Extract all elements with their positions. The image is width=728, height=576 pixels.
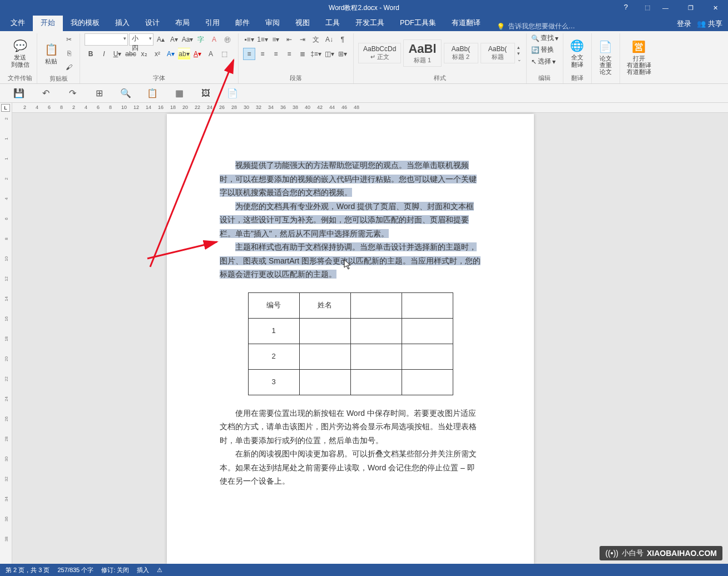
minimize-button[interactable]: — — [653, 0, 678, 16]
shrink-font-button[interactable]: A▾ — [168, 33, 180, 46]
grow-font-button[interactable]: A▴ — [155, 33, 167, 46]
tab-design[interactable]: 设计 — [137, 14, 167, 31]
status-accessibility-icon[interactable]: ⚠ — [157, 567, 162, 574]
char-border-button[interactable]: ⬚ — [218, 48, 230, 60]
styles-down-icon[interactable]: ▾ — [517, 51, 522, 56]
font-size-combo[interactable]: 小四 — [129, 33, 153, 46]
styles-up-icon[interactable]: ▴ — [517, 44, 522, 50]
group-label-clipboard: 剪贴板 — [49, 73, 68, 84]
vertical-ruler: L 2112468101214161820222426283032343638 — [0, 103, 12, 564]
align-left-button[interactable]: ≡ — [256, 48, 269, 60]
align-right-button[interactable]: ≡ — [283, 48, 295, 60]
decrease-indent-button[interactable]: ⇤ — [283, 33, 295, 46]
increase-indent-button[interactable]: ⇥ — [296, 33, 309, 46]
multilevel-button[interactable]: ≡▾ — [270, 33, 282, 46]
send-wechat-button[interactable]: 💬发送 到微信 — [9, 37, 32, 68]
redo-button[interactable]: ↷ — [65, 86, 80, 101]
content-table[interactable]: 编号姓名 1 2 3 — [248, 292, 453, 395]
text-direction-button[interactable]: 文 — [310, 33, 322, 46]
close-button[interactable]: ✕ — [703, 0, 728, 16]
document-page[interactable]: 视频提供了功能强大的方法帮助您证明您的观点。当您单击联机视频时，可以在想要添加的… — [167, 114, 534, 564]
enclose-char-button[interactable]: ㊕ — [221, 33, 234, 46]
format-painter-button[interactable]: 🖌 — [63, 61, 75, 73]
image-qat-button[interactable]: 🖼 — [198, 86, 214, 101]
sort-button[interactable]: A↓ — [323, 33, 335, 46]
share-button[interactable]: 👥 共享 — [697, 19, 722, 29]
bullets-button[interactable]: ▪≡▾ — [243, 33, 255, 46]
menu-tabs: 文件 开始 我的模板 插入 设计 布局 引用 邮件 审阅 视图 工具 开发工具 … — [0, 16, 728, 31]
help-icon[interactable]: ? — [624, 3, 628, 11]
char-shading-button[interactable]: A — [205, 48, 217, 60]
page-qat-button[interactable]: 📄 — [225, 86, 240, 101]
tab-file[interactable]: 文件 — [3, 14, 33, 31]
tab-review[interactable]: 审阅 — [257, 14, 288, 31]
align-center-button[interactable]: ≡ — [270, 48, 282, 60]
status-track-changes[interactable]: 修订: 关闭 — [101, 566, 129, 574]
tab-selector[interactable]: L — [1, 104, 10, 112]
clear-format-button[interactable]: A — [208, 33, 220, 46]
shading-button[interactable]: ◫▾ — [323, 48, 335, 60]
tab-references[interactable]: 引用 — [197, 14, 227, 31]
youdao-icon: 🈺 — [632, 39, 646, 54]
tab-view[interactable]: 视图 — [288, 14, 318, 31]
group-label-filetrans: 文件传输 — [8, 73, 32, 83]
tab-templates[interactable]: 我的模板 — [63, 14, 107, 31]
bold-button[interactable]: B — [85, 48, 97, 60]
tab-tools[interactable]: 工具 — [318, 14, 348, 31]
title-bar: Word教程2.docx - Word ? ⬚ — ❐ ✕ — [0, 0, 728, 16]
align-justify-button[interactable]: ≡ — [243, 48, 255, 60]
style-normal[interactable]: AaBbCcDd↵ 正文 — [358, 43, 401, 63]
tab-layout[interactable]: 布局 — [167, 14, 197, 31]
tab-youdao[interactable]: 有道翻译 — [444, 14, 488, 31]
table-qat-button[interactable]: ▦ — [171, 86, 187, 101]
highlight-button[interactable]: ab▾ — [178, 48, 190, 60]
undo-button[interactable]: ↶ — [38, 86, 53, 101]
watermark-badge: ((•)) 小白号 XIAOBAIHAO.COM — [600, 546, 722, 560]
numbering-button[interactable]: 1≡▾ — [256, 33, 269, 46]
grid-button[interactable]: ⊞ — [91, 86, 107, 101]
find-button[interactable]: 🔍查找▾ — [531, 33, 558, 43]
cut-button[interactable]: ✂ — [63, 33, 75, 46]
styles-more-icon[interactable]: ⌄ — [517, 57, 522, 62]
tab-pdf-tools[interactable]: PDF工具集 — [392, 14, 444, 31]
tab-developer[interactable]: 开发工具 — [348, 14, 392, 31]
tab-home[interactable]: 开始 — [33, 14, 63, 31]
superscript-button[interactable]: x² — [151, 48, 164, 60]
tell-me-box[interactable]: 💡告诉我您想要做什么… — [488, 22, 677, 31]
maximize-button[interactable]: ❐ — [678, 0, 703, 16]
italic-button[interactable]: I — [98, 48, 110, 60]
select-button[interactable]: ↖选择▾ — [531, 57, 556, 66]
status-insert-mode[interactable]: 插入 — [137, 566, 149, 574]
tab-mailings[interactable]: 邮件 — [227, 14, 257, 31]
font-color-button[interactable]: A▾ — [191, 48, 204, 60]
borders-button[interactable]: ⊞▾ — [336, 48, 349, 60]
font-name-combo[interactable] — [85, 33, 128, 46]
style-heading1[interactable]: AaBl标题 1 — [403, 39, 441, 67]
replace-button[interactable]: 🔄替换 — [531, 45, 554, 54]
phonetic-guide-button[interactable]: 字 — [195, 33, 207, 46]
underline-button[interactable]: U▾ — [111, 48, 123, 60]
window-title: Word教程2.docx - Word — [329, 3, 399, 13]
style-heading2[interactable]: AaBb(标题 2 — [444, 43, 478, 63]
line-spacing-button[interactable]: ‡≡▾ — [310, 48, 322, 60]
show-marks-button[interactable]: ¶ — [336, 33, 349, 46]
status-word-count[interactable]: 257/835 个字 — [57, 566, 93, 574]
distribute-button[interactable]: ≣ — [296, 48, 309, 60]
copy-button[interactable]: ⎘ — [63, 47, 75, 59]
full-translate-button[interactable]: 🌐全文 翻译 — [568, 37, 587, 68]
horizontal-ruler: 2468246810121416182022242628303234363840… — [12, 103, 728, 113]
status-page[interactable]: 第 2 页，共 3 页 — [6, 566, 49, 574]
login-link[interactable]: 登录 — [677, 19, 691, 29]
paste-qat-button[interactable]: 📋 — [145, 86, 160, 101]
thesis-check-button[interactable]: 📄论文 查重 论文 — [596, 38, 615, 76]
ribbon-display-icon[interactable]: ⬚ — [645, 4, 650, 11]
paste-button[interactable]: 📋粘贴 — [42, 41, 61, 66]
preview-button[interactable]: 🔍 — [118, 86, 133, 101]
change-case-button[interactable]: Aa▾ — [181, 33, 194, 46]
subscript-button[interactable]: x₂ — [138, 48, 150, 60]
tab-insert[interactable]: 插入 — [107, 14, 137, 31]
save-button[interactable]: 💾 — [11, 86, 27, 101]
text-effects-button[interactable]: A▾ — [165, 48, 177, 60]
open-youdao-button[interactable]: 🈺打开 有道翻译 有道翻译 — [625, 38, 653, 76]
style-title[interactable]: AaBb(标题 — [481, 43, 515, 63]
